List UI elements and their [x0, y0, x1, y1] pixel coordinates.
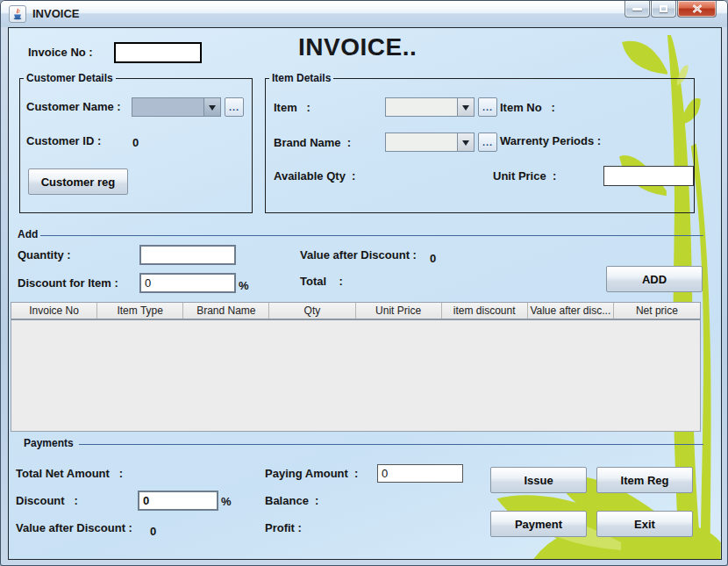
column-header[interactable]: Brand Name: [183, 303, 269, 319]
total-net-amount-label: Total Net Amount :: [16, 467, 123, 480]
invoice-no-input[interactable]: [114, 42, 202, 63]
customer-reg-button[interactable]: Customer reg: [28, 168, 128, 195]
payments-value-after-discount-value: 0: [150, 525, 156, 538]
invoice-window: INVOICE: [0, 0, 728, 566]
unit-price-label: Unit Price :: [493, 169, 556, 183]
customer-name-combobox[interactable]: [132, 97, 221, 117]
close-icon: [692, 4, 703, 13]
available-qty-label: Available Qty :: [274, 169, 355, 183]
unit-price-input[interactable]: [603, 166, 694, 186]
brand-name-label: Brand Name :: [274, 136, 351, 149]
warrenty-periods-label: Warrenty Periods :: [500, 134, 601, 147]
customer-name-value: [132, 98, 203, 116]
item-dropdown-button[interactable]: [457, 98, 474, 116]
customer-name-label: Customer Name :: [26, 100, 121, 113]
column-header[interactable]: Net price: [614, 303, 700, 319]
brand-name-combobox[interactable]: [385, 133, 475, 152]
minimize-icon: [632, 8, 642, 11]
discount-for-item-label: Discount for Item :: [18, 276, 118, 290]
item-value: [386, 98, 457, 116]
payments-section-title: Payments: [24, 437, 74, 449]
items-table-body: [11, 320, 700, 431]
payments-section-divider: [79, 444, 703, 445]
issue-button[interactable]: Issue: [490, 467, 587, 493]
discount-for-item-input[interactable]: [139, 273, 236, 293]
window-controls: [625, 1, 717, 18]
item-details-title: Item Details: [269, 72, 333, 84]
invoice-no-label: Invoice No :: [28, 46, 93, 59]
column-header[interactable]: Item Type: [97, 303, 183, 319]
exit-button[interactable]: Exit: [596, 511, 693, 537]
close-button[interactable]: [677, 1, 717, 18]
maximize-icon: [660, 5, 667, 12]
maximize-button[interactable]: [651, 1, 676, 18]
column-header[interactable]: Unit Price: [356, 303, 442, 319]
quantity-input[interactable]: [139, 245, 236, 265]
customer-browse-button[interactable]: ...: [225, 97, 244, 117]
value-after-discount-value: 0: [430, 252, 436, 265]
brand-name-value: [386, 133, 457, 151]
customer-details-title: Customer Details: [24, 72, 116, 84]
brand-dropdown-button[interactable]: [457, 133, 474, 151]
customer-id-value: 0: [132, 136, 139, 149]
add-button[interactable]: ADD: [606, 266, 703, 292]
item-reg-button[interactable]: Item Reg: [596, 467, 693, 493]
column-header[interactable]: item discount: [442, 303, 528, 319]
paying-amount-label: Paying Amount :: [265, 467, 358, 480]
add-section-divider: [40, 235, 703, 236]
items-table-header: Invoice No Item Type Brand Name Qty Unit…: [11, 303, 700, 320]
payments-percent-sign: %: [221, 495, 232, 508]
window-title: INVOICE: [32, 7, 79, 20]
customer-name-dropdown-button[interactable]: [203, 98, 220, 116]
java-coffee-cup-icon: [9, 5, 26, 23]
discount-percent-sign: %: [239, 279, 249, 292]
items-table[interactable]: Invoice No Item Type Brand Name Qty Unit…: [11, 302, 701, 432]
minimize-button[interactable]: [625, 1, 650, 18]
payments-value-after-discount-label: Value after Discount :: [16, 521, 132, 534]
quantity-label: Quantity :: [18, 248, 71, 262]
title-bar: INVOICE: [1, 1, 727, 27]
page-title: INVOICE..: [298, 33, 417, 61]
brand-browse-button[interactable]: ...: [478, 133, 497, 152]
titlebar-gloss: [1, 1, 727, 13]
chevron-down-icon: [462, 140, 469, 149]
chevron-down-icon: [209, 105, 216, 114]
chevron-down-icon: [462, 105, 469, 114]
customer-id-label: Customer ID :: [26, 134, 101, 147]
profit-label: Profit :: [265, 521, 302, 534]
column-header[interactable]: Qty: [269, 303, 355, 319]
add-section-title: Add: [18, 228, 38, 240]
item-browse-button[interactable]: ...: [478, 97, 497, 117]
payments-discount-label: Discount :: [16, 494, 78, 507]
item-combobox[interactable]: [385, 97, 475, 117]
column-header[interactable]: Invoice No: [11, 303, 97, 319]
value-after-discount-label: Value after Discount :: [300, 248, 417, 262]
column-header[interactable]: Value after disc...: [528, 303, 614, 319]
payment-button[interactable]: Payment: [490, 511, 587, 537]
payments-discount-input[interactable]: [138, 491, 218, 511]
item-label: Item :: [274, 101, 310, 114]
total-label: Total :: [300, 275, 343, 288]
content-panel: Invoice No : INVOICE.. Customer Details …: [8, 27, 722, 560]
balance-label: Balance :: [265, 494, 318, 507]
paying-amount-input[interactable]: [377, 464, 463, 483]
item-no-label: Item No :: [500, 101, 555, 114]
